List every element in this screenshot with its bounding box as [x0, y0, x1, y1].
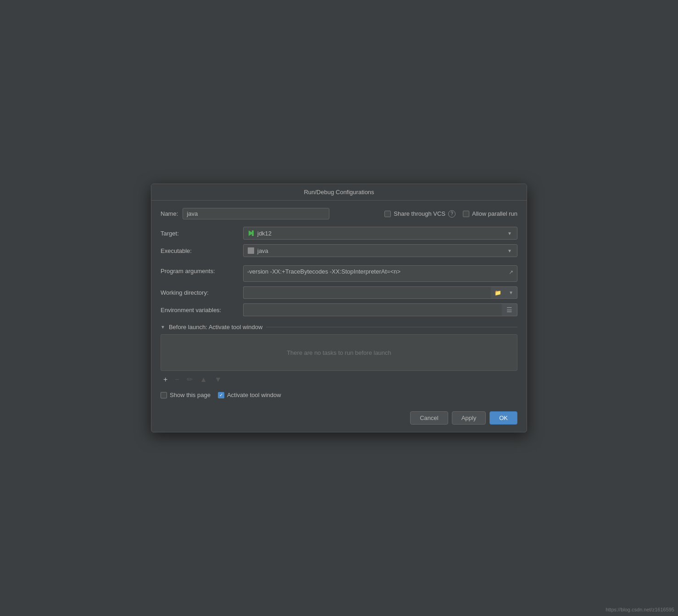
share-vcs-option[interactable]: Share through VCS ? [384, 210, 456, 218]
executable-value: java [257, 247, 506, 254]
folder-icon: 📁 [495, 290, 501, 296]
bottom-checkbox-row: Show this page Activate tool window [161, 392, 517, 398]
remove-task-button[interactable]: − [172, 374, 182, 385]
move-up-button[interactable]: ▲ [197, 374, 210, 385]
section-header: ▼ Before launch: Activate tool window [161, 324, 517, 330]
program-args-label: Program arguments: [161, 265, 243, 274]
dialog-body: Name: Share through VCS ? Allow parallel… [151, 201, 527, 406]
edit-icon: ☰ [506, 306, 512, 314]
apply-button[interactable]: Apply [452, 411, 486, 425]
target-label: Target: [161, 230, 243, 237]
expand-icon[interactable]: ↗ [509, 269, 513, 275]
env-vars-field: ☰ [243, 303, 517, 316]
header-row: Name: Share through VCS ? Allow parallel… [161, 208, 517, 219]
target-dropdown-arrow: ▼ [506, 230, 513, 237]
dialog-title: Run/Debug Configurations [304, 189, 374, 196]
target-value: jdk12 [257, 230, 506, 237]
section-line [266, 327, 517, 327]
executable-dropdown-arrow: ▼ [506, 247, 513, 254]
show-page-item[interactable]: Show this page [161, 392, 211, 398]
before-launch-toolbar: + − ✏ ▲ ▼ [161, 371, 517, 388]
activate-window-item[interactable]: Activate tool window [218, 392, 281, 398]
dialog-footer: Cancel Apply OK [151, 406, 527, 432]
before-launch-area: There are no tasks to run before launch [161, 334, 517, 371]
header-options: Share through VCS ? Allow parallel run [384, 210, 517, 218]
before-launch-section: ▼ Before launch: Activate tool window Th… [161, 324, 517, 388]
executable-row: Executable: java ▼ [161, 244, 517, 257]
show-page-checkbox[interactable] [161, 392, 167, 398]
working-dir-row: Working directory: 📁 ▼ [161, 286, 517, 299]
target-control: jdk12 ▼ [243, 227, 517, 240]
edit-task-button[interactable]: ✏ [184, 374, 195, 385]
program-args-control: -version -XX:+TraceBytecodes -XX:StopInt… [243, 265, 517, 282]
program-args-textarea[interactable]: -version -XX:+TraceBytecodes -XX:StopInt… [243, 265, 517, 282]
name-input[interactable] [183, 208, 329, 219]
name-label: Name: [161, 210, 178, 217]
cancel-button[interactable]: Cancel [410, 411, 448, 425]
add-task-button[interactable]: + [161, 374, 170, 385]
target-row: Target: jdk12 ▼ [161, 227, 517, 240]
env-vars-edit-button[interactable]: ☰ [502, 303, 517, 316]
target-select[interactable]: jdk12 ▼ [243, 227, 517, 240]
allow-parallel-label: Allow parallel run [472, 210, 517, 217]
help-icon[interactable]: ? [448, 210, 456, 218]
before-launch-empty-text: There are no tasks to run before launch [287, 349, 391, 356]
activate-window-label: Activate tool window [227, 392, 281, 398]
name-row: Name: [161, 208, 329, 219]
working-dir-label: Working directory: [161, 289, 243, 296]
move-down-button[interactable]: ▼ [212, 374, 225, 385]
executable-control: java ▼ [243, 244, 517, 257]
working-dir-control: 📁 ▼ [243, 286, 517, 299]
run-debug-dialog: Run/Debug Configurations Name: Share thr… [151, 184, 527, 432]
share-vcs-checkbox[interactable] [384, 211, 391, 217]
show-page-label: Show this page [170, 392, 211, 398]
working-dir-input[interactable] [243, 286, 491, 299]
executable-select[interactable]: java ▼ [243, 244, 517, 257]
working-dir-dropdown[interactable]: ▼ [505, 286, 517, 299]
activate-window-checkbox[interactable] [218, 392, 224, 398]
program-args-row: Program arguments: -version -XX:+TraceBy… [161, 265, 517, 282]
before-launch-label: Before launch: Activate tool window [169, 324, 263, 330]
allow-parallel-checkbox[interactable] [463, 211, 469, 217]
program-args-value: -version -XX:+TraceBytecodes -XX:StopInt… [247, 268, 509, 275]
target-icon [247, 230, 255, 237]
svg-rect-1 [252, 230, 254, 236]
executable-icon [247, 247, 255, 254]
env-vars-control: ☰ [243, 303, 517, 316]
allow-parallel-option[interactable]: Allow parallel run [463, 210, 517, 217]
working-dir-field: 📁 ▼ [243, 286, 517, 299]
env-vars-input[interactable] [243, 303, 502, 316]
env-vars-row: Environment variables: ☰ [161, 303, 517, 316]
collapse-arrow[interactable]: ▼ [161, 325, 165, 330]
env-vars-label: Environment variables: [161, 307, 243, 314]
working-dir-browse-button[interactable]: 📁 [491, 286, 505, 299]
ok-button[interactable]: OK [489, 411, 517, 425]
watermark: https://blog.csdn.net/z1616595 [606, 607, 674, 612]
share-vcs-label: Share through VCS [394, 210, 445, 217]
executable-label: Executable: [161, 247, 243, 254]
dialog-title-bar: Run/Debug Configurations [151, 184, 527, 201]
